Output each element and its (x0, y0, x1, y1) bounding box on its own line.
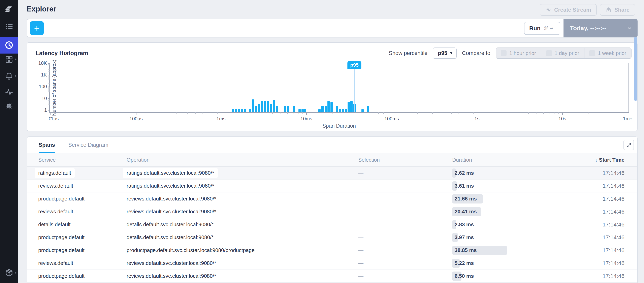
add-filter-button[interactable]: + (30, 21, 44, 35)
app-logo-icon[interactable] (0, 3, 18, 15)
sidebar-item-settings[interactable] (0, 98, 18, 114)
tab-service-diagram[interactable]: Service Diagram (68, 137, 108, 153)
service-cell: productpage.default (38, 247, 126, 254)
checkbox-icon (501, 50, 506, 56)
histogram-bar[interactable] (324, 106, 327, 112)
x-axis-minor-tick (298, 112, 298, 114)
table-row[interactable]: productpage.defaultproductpage.default.s… (27, 244, 637, 257)
x-axis-tick-label: 100μs (130, 116, 143, 122)
histogram-bar[interactable] (318, 109, 320, 112)
sidebar-item-alerts[interactable] (0, 68, 18, 84)
table-row[interactable]: productpage.defaultreviews.default.svc.c… (27, 192, 637, 205)
column-header-selection[interactable]: Selection (358, 157, 452, 163)
histogram-bar[interactable] (273, 100, 275, 112)
share-button[interactable]: Share (600, 4, 635, 16)
start-time-cell: 17:14:46 (565, 260, 624, 266)
tab-spans[interactable]: Spans (39, 137, 55, 153)
y-axis-minor-tick (48, 64, 50, 65)
x-axis-title: Span Duration (322, 123, 356, 129)
table-row[interactable]: ratings.defaultratings.default.svc.clust… (27, 167, 637, 180)
operation-cell: details.default.svc.cluster.local:9080/* (126, 234, 358, 240)
histogram-bar[interactable] (339, 109, 341, 112)
x-axis-tick-label: 10ms (300, 116, 312, 122)
histogram-bar[interactable] (258, 104, 260, 112)
table-row[interactable]: productpage.defaultdetails.default.svc.c… (27, 231, 637, 244)
run-button[interactable]: Run ⌘↵ (524, 22, 560, 35)
histogram-bar[interactable] (261, 101, 263, 112)
create-stream-button[interactable]: Create Stream (540, 4, 597, 16)
histogram-bar[interactable] (267, 101, 269, 112)
duration-cell: 21.66 ms (452, 194, 565, 204)
query-bar[interactable]: + Run ⌘↵ Today, --:--:-- (27, 19, 638, 38)
sidebar (0, 0, 18, 283)
y-axis-minor-tick (48, 102, 50, 102)
table-scrollbar-thumb[interactable] (634, 37, 637, 101)
table-row[interactable]: reviews.defaultreviews.default.svc.clust… (27, 257, 637, 270)
time-range-picker[interactable]: Today, --:--:-- (564, 19, 638, 38)
histogram-bar[interactable] (238, 109, 240, 112)
service-cell: ratings.default (38, 168, 126, 178)
app-root: Explorer Create Stream Share + Run ⌘↵ To… (0, 0, 644, 283)
table-row[interactable]: details.defaultdetails.default.svc.clust… (27, 218, 637, 231)
table-row[interactable]: reviews.defaultratings.default.svc.clust… (27, 180, 637, 192)
histogram-bar[interactable] (345, 109, 347, 112)
x-axis-minor-tick (347, 112, 347, 114)
chevron-right-icon (15, 74, 16, 77)
histogram-bar[interactable] (264, 101, 266, 112)
percentile-select[interactable]: p95 ▾ (433, 48, 457, 59)
plus-icon: + (34, 23, 40, 33)
histogram-bar[interactable] (270, 104, 272, 112)
compare-1-hour-prior[interactable]: 1 hour prior (496, 48, 541, 58)
y-axis-minor-tick (48, 67, 50, 67)
histogram-bar[interactable] (235, 109, 237, 112)
histogram-bar[interactable] (348, 102, 350, 112)
sidebar-item-dashboards[interactable] (0, 51, 18, 68)
histogram-bar[interactable] (241, 109, 243, 112)
histogram-bar[interactable] (304, 109, 306, 112)
y-axis-tick-label: 10 (42, 96, 47, 101)
histogram-bar[interactable] (255, 106, 257, 112)
p95-marker-badge[interactable]: p95 (347, 61, 361, 69)
histogram-bar[interactable] (287, 106, 289, 112)
table-row[interactable]: productpage.defaultreviews.default.svc.c… (27, 270, 637, 282)
histogram-bar[interactable] (322, 106, 324, 112)
histogram-bar[interactable] (362, 109, 364, 112)
histogram-bar[interactable] (298, 109, 301, 112)
x-axis-minor-tick (288, 112, 288, 114)
compare-1-day-prior[interactable]: 1 day prior (541, 48, 584, 58)
x-axis-minor-tick (536, 112, 537, 114)
x-axis-tick-label: 100ms (384, 116, 399, 122)
service-cell: productpage.default (38, 273, 126, 279)
histogram-bar[interactable] (367, 106, 369, 112)
histogram-bar[interactable] (292, 106, 295, 112)
y-axis-minor-tick (48, 88, 50, 88)
x-axis-minor-tick (549, 112, 550, 114)
sidebar-item-queries[interactable] (0, 18, 18, 35)
column-header-operation[interactable]: Operation (126, 157, 358, 163)
histogram-bar[interactable] (330, 102, 333, 112)
histogram-bar[interactable] (302, 109, 304, 112)
start-time-cell: 17:14:46 (565, 222, 624, 228)
histogram-bar[interactable] (252, 100, 254, 112)
histogram-bar[interactable] (328, 101, 330, 112)
histogram-bar[interactable] (249, 109, 251, 112)
list-icon (5, 22, 13, 31)
table-row[interactable]: reviews.defaultreviews.default.svc.clust… (27, 205, 637, 218)
histogram-bar[interactable] (244, 109, 246, 112)
compare-1-week-prior[interactable]: 1 week prior (584, 48, 631, 58)
histogram-bar[interactable] (350, 101, 352, 112)
operation-cell: ratings.default.svc.cluster.local:9080/* (126, 168, 358, 178)
column-header-start-time[interactable]: ↓ Start Time (565, 157, 624, 163)
column-header-service[interactable]: Service (38, 157, 126, 163)
plot-area[interactable]: Number of spans (approx) Span Duration 0… (49, 63, 629, 113)
histogram-bar[interactable] (232, 109, 234, 112)
histogram-bar[interactable] (276, 106, 278, 112)
histogram-bar[interactable] (342, 109, 344, 112)
expand-panel-button[interactable] (624, 140, 634, 150)
histogram-bar[interactable] (284, 106, 286, 112)
y-axis-minor-tick (48, 69, 50, 70)
sidebar-item-integrations[interactable] (0, 264, 18, 281)
column-header-duration[interactable]: Duration (452, 157, 565, 163)
y-axis-minor-tick (48, 99, 50, 100)
histogram-bar[interactable] (336, 106, 338, 112)
